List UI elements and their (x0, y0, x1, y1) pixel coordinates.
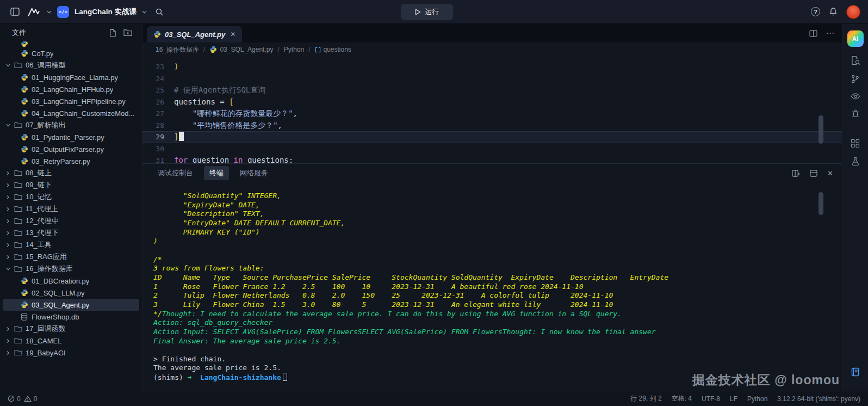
code-line[interactable]: 23) (142, 61, 842, 73)
tree-file-item[interactable]: FlowerShop.db (0, 311, 142, 323)
tree-folder-item[interactable]: 15_RAG应用 (0, 251, 142, 263)
tree-folder-item[interactable]: 06_调用模型 (0, 59, 142, 71)
code-line[interactable]: 30 (142, 143, 842, 155)
split-editor-icon[interactable] (809, 30, 817, 37)
code-line[interactable]: 31for question in questions: (142, 155, 842, 163)
indent-setting[interactable]: 空格: 4 (672, 394, 692, 403)
tree-file-item[interactable]: 02_LangChain_HFHub.py (0, 83, 142, 95)
tree-folder-item[interactable]: 18_CAMEL (0, 335, 142, 347)
eol-setting[interactable]: LF (730, 395, 737, 403)
encoding[interactable]: UTF-8 (702, 395, 720, 403)
tree-file-item[interactable]: CoT.py (0, 47, 142, 59)
tree-item-label: FlowerShop.db (32, 313, 79, 321)
tree-folder-item[interactable]: 14_工具 (0, 239, 142, 251)
code-line[interactable]: 29] (142, 131, 842, 143)
code-line[interactable]: 26questions = [ (142, 96, 842, 108)
topbar-left: </> LangChain 实战课 (8, 5, 166, 19)
tree-item-label: 13_代理下 (26, 228, 59, 238)
tree-file-item[interactable]: 04_LangChain_CustomizeMod... (0, 107, 142, 119)
chevron-icon (5, 231, 11, 236)
language-mode[interactable]: Python (747, 395, 767, 403)
tree-file-item[interactable]: 01_DBCreation.py (0, 275, 142, 287)
run-button[interactable]: 运行 (401, 4, 453, 20)
tree-folder-item[interactable]: 08_链上 (0, 167, 142, 179)
tree-file-item[interactable] (0, 41, 142, 47)
tree-file-item[interactable]: 02_OutputFixParser.py (0, 143, 142, 155)
beaker-test-icon[interactable] (851, 157, 860, 166)
breadcrumb-item[interactable]: Python (284, 46, 304, 53)
tree-file-item[interactable]: 01_HuggingFace_Llama.py (0, 71, 142, 83)
topbar-right: ? (811, 5, 860, 19)
chevron-down-icon[interactable] (142, 10, 147, 14)
panel-header: 调试控制台终端网络服务 ✕ (142, 164, 842, 182)
tab-close-icon[interactable]: ✕ (230, 30, 235, 38)
panel-tab[interactable]: 网络服务 (234, 166, 274, 180)
tree-file-item[interactable]: 02_SQL_LLM.py (0, 287, 142, 299)
ai-assistant-icon[interactable]: AI (847, 30, 864, 47)
project-name[interactable]: LangChain 实战课 (75, 7, 137, 17)
help-icon[interactable]: ? (811, 7, 820, 16)
more-actions-icon[interactable]: ⋯ (826, 28, 834, 38)
code-editor[interactable]: 23)2425# 使用Agent执行SQL查询26questions = [27… (142, 57, 842, 163)
editor-scrollbar[interactable] (819, 115, 823, 144)
database-icon (20, 313, 28, 321)
tree-folder-item[interactable]: 10_记忆 (0, 191, 142, 203)
chevron-icon (5, 195, 11, 200)
tree-file-item[interactable]: 03_LangChain_HFPipeline.py (0, 95, 142, 107)
explorer-tools (109, 29, 132, 37)
bell-icon[interactable] (829, 7, 838, 16)
tree-item-label: 03_SQL_Agent.py (32, 301, 89, 309)
tree-folder-item[interactable]: 17_回调函数 (0, 323, 142, 335)
code-line[interactable]: 25# 使用Agent执行SQL查询 (142, 84, 842, 96)
tree-item-label: 12_代理中 (26, 216, 59, 226)
eye-preview-icon[interactable] (851, 93, 860, 100)
python-interpreter[interactable]: 3.12.2 64-bit ('shims': pyenv) (777, 395, 860, 403)
tree-folder-item[interactable]: 12_代理中 (0, 215, 142, 227)
panel-close-icon[interactable]: ✕ (827, 169, 833, 177)
editor-tab[interactable]: 03_SQL_Agent.py ✕ (147, 26, 242, 42)
terminal-scrollbar[interactable] (819, 192, 823, 215)
tree-folder-item[interactable]: 07_解析输出 (0, 119, 142, 131)
breadcrumb-item[interactable]: questions (315, 46, 351, 53)
tree-folder-item[interactable]: 11_代理上 (0, 203, 142, 215)
line-number: 26 (142, 96, 174, 108)
breadcrumb-item[interactable]: 03_SQL_Agent.py (209, 46, 273, 53)
app-logo-icon[interactable] (27, 5, 41, 19)
tree-folder-item[interactable]: 09_链下 (0, 179, 142, 191)
panel-tab[interactable]: 调试控制台 (152, 166, 199, 180)
chevron-down-icon[interactable] (47, 10, 52, 14)
search-icon[interactable] (152, 5, 166, 19)
bug-debug-icon[interactable] (851, 109, 860, 118)
tree-folder-item[interactable]: 19_BabyAGI (0, 347, 142, 359)
tree-file-item[interactable]: 01_Pydantic_Parser.py (0, 131, 142, 143)
warnings-indicator[interactable]: 0 (24, 395, 38, 403)
errors-indicator[interactable]: 0 (8, 395, 21, 403)
code-line[interactable]: 27 "哪种鲜花的存货数量最少？", (142, 108, 842, 120)
tree-item-label: 19_BabyAGI (26, 349, 66, 357)
editor-tabstrip: 03_SQL_Agent.py ✕ ⋯ (142, 24, 842, 42)
file-search-icon[interactable] (851, 56, 860, 65)
extensions-icon[interactable] (851, 139, 860, 148)
explorer-title: 文件 (12, 28, 109, 38)
code-line[interactable]: 28 "平均销售价格是多少？", (142, 120, 842, 132)
notebook-icon[interactable] (851, 367, 860, 377)
python-file-icon (20, 73, 28, 81)
panel-maximize-icon[interactable] (810, 170, 817, 177)
tree-file-item[interactable]: 03_SQL_Agent.py (3, 299, 139, 311)
code-line[interactable]: 24 (142, 73, 842, 85)
new-file-icon[interactable] (109, 29, 117, 37)
tree-file-item[interactable]: 03_RetryParser.py (0, 155, 142, 167)
folder-icon (14, 170, 22, 176)
tree-folder-item[interactable]: 16_操作数据库 (0, 263, 142, 275)
avatar[interactable] (846, 5, 860, 19)
cursor-position[interactable]: 行 29, 列 2 (630, 394, 661, 403)
breadcrumb-item[interactable]: 16_操作数据库 (156, 45, 199, 54)
tree-folder-item[interactable]: 13_代理下 (0, 227, 142, 239)
panel-layout-icon[interactable] (792, 170, 800, 177)
terminal-output[interactable]: "SoldQuantity" INTEGER, "ExpiryDate" DAT… (142, 182, 842, 391)
sidebar-toggle-icon[interactable] (8, 5, 22, 19)
panel-tab[interactable]: 终端 (204, 166, 229, 180)
new-folder-icon[interactable] (123, 29, 132, 37)
git-branch-icon[interactable] (851, 74, 860, 84)
line-number: 25 (142, 84, 174, 96)
